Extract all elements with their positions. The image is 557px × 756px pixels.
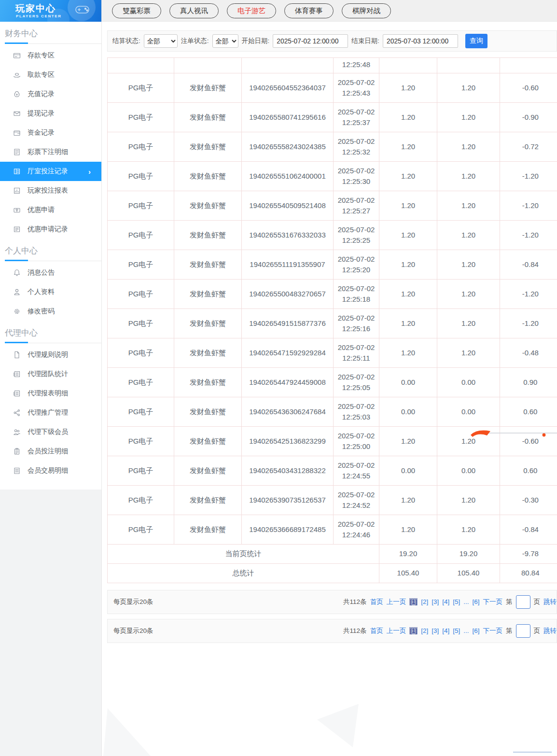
table-row: PG电子发财鱼虾蟹19402655004832706572025-07-0212… <box>108 279 557 308</box>
page-total-valid: 19.20 <box>437 544 500 563</box>
tab-game-category[interactable]: 体育赛事 <box>284 3 334 18</box>
sidebar-item-label: 优惠申请记录 <box>28 225 68 234</box>
sidebar-item[interactable]: 玩家投注报表 <box>0 181 101 200</box>
sidebar-sections: 财务中心存款专区取款专区充值记录提现记录资金记录彩票下注明细厅室投注记录›玩家投… <box>0 22 101 480</box>
order-status-label: 注单状态: <box>181 37 209 45</box>
sidebar-item-label: 彩票下注明细 <box>28 148 68 156</box>
page-link[interactable]: [2] <box>421 627 428 634</box>
first-page-link[interactable]: 首页 <box>370 627 383 635</box>
cell-profit: -1.20 <box>500 308 557 338</box>
cell-order: 1940265580741295616 <box>242 102 334 132</box>
member-trans-icon <box>13 467 21 475</box>
cell-vendor: PG电子 <box>108 308 174 338</box>
jump-page-input[interactable] <box>516 595 530 609</box>
tab-active[interactable]: 电子游艺 <box>227 3 276 18</box>
cell-time: 2025-07-0212:25:32 <box>334 132 379 161</box>
sidebar-item[interactable]: 修改密码 <box>0 302 101 321</box>
cell-bet: 1.20 <box>379 338 437 367</box>
sidebar-item[interactable]: 会员交易明细 <box>0 461 101 480</box>
table-row: PG电子发财鱼虾蟹19402654915158773762025-07-0212… <box>108 308 557 338</box>
bets-table-body: 12:25:48 PG电子发财鱼虾蟹1940265604552364037202… <box>108 58 557 545</box>
page-link[interactable]: [6] <box>472 598 479 605</box>
jump-button[interactable]: 跳转 <box>543 598 557 606</box>
sidebar-item-label: 存款专区 <box>28 51 55 60</box>
page-link[interactable]: [4] <box>442 627 449 634</box>
sidebar-item[interactable]: 优惠申请记录 <box>0 220 101 239</box>
query-button[interactable]: 查询 <box>465 34 487 48</box>
cell-valid-bet: 1.20 <box>437 73 500 102</box>
page-link-current[interactable]: [1] <box>409 598 418 605</box>
sidebar-item-label: 玩家投注报表 <box>28 186 68 195</box>
grand-total-valid: 105.40 <box>437 563 500 583</box>
tab-game-category[interactable]: 真人视讯 <box>169 3 219 18</box>
bg-triangle-center <box>317 704 359 747</box>
page-link[interactable]: [2] <box>421 598 428 605</box>
sidebar-item[interactable]: 提现记录 <box>0 104 101 123</box>
prev-page-link[interactable]: 上一页 <box>387 598 406 606</box>
page-link[interactable]: [4] <box>442 598 449 605</box>
pagination-bar: 每页显示20条共112条首页上一页[1][2][3][4][5]...[6]下一… <box>107 590 557 614</box>
cell-order: 1940265447924459008 <box>242 367 334 397</box>
cell-valid-bet: 1.20 <box>437 338 500 367</box>
settle-status-select[interactable]: 全部 <box>144 34 178 48</box>
next-page-link[interactable]: 下一页 <box>483 598 503 606</box>
topbar: 雙赢彩票真人视讯电子游艺体育赛事棋牌对战 <box>102 0 557 22</box>
page-link-current[interactable]: [1] <box>409 627 418 634</box>
tab-game-category[interactable]: 雙赢彩票 <box>112 3 161 18</box>
jump-suffix-label: 页 <box>534 598 541 606</box>
sidebar-item[interactable]: 厅室投注记录› <box>0 162 101 181</box>
page-link[interactable]: [3] <box>432 627 439 634</box>
sidebar-item[interactable]: 代理规则说明 <box>0 345 101 364</box>
page-total-bet: 19.20 <box>379 544 437 563</box>
sidebar-item-label: 个人资料 <box>28 288 55 296</box>
cell-vendor <box>108 58 174 73</box>
start-date-input[interactable] <box>273 34 348 48</box>
table-row: PG电子发财鱼虾蟹19402655111913559072025-07-0212… <box>108 250 557 279</box>
sidebar-item[interactable]: 彩票下注明细 <box>0 142 101 162</box>
sidebar-item[interactable]: 充值记录 <box>0 84 101 104</box>
table-row: PG电子发财鱼虾蟹19402655582430243852025-07-0212… <box>108 132 557 161</box>
page-link[interactable]: [3] <box>432 598 439 605</box>
cell-game: 发财鱼虾蟹 <box>174 308 242 338</box>
sidebar-item[interactable]: 消息公告 <box>0 263 101 282</box>
page-link[interactable]: [5] <box>453 627 460 634</box>
page-link[interactable]: [6] <box>472 627 479 634</box>
grand-total-bet: 105.40 <box>379 563 437 583</box>
next-page-link[interactable]: 下一页 <box>483 627 503 635</box>
sidebar-item[interactable]: 会员投注明细 <box>0 442 101 461</box>
logo: 玩家中心 PLAYERS CENTER <box>0 0 101 22</box>
sidebar-item[interactable]: 个人资料 <box>0 282 101 302</box>
sidebar-item[interactable]: 取款专区 <box>0 65 101 84</box>
cell-order <box>242 58 334 73</box>
sidebar-item[interactable]: 优惠申请 <box>0 200 101 220</box>
jump-page-input[interactable] <box>516 624 530 638</box>
cell-vendor: PG电子 <box>108 279 174 308</box>
first-page-link[interactable]: 首页 <box>370 598 383 606</box>
sidebar-item[interactable]: 存款专区 <box>0 46 101 65</box>
cell-profit: 0.60 <box>500 456 557 485</box>
sidebar-item[interactable]: 代理推广管理 <box>0 403 101 422</box>
prev-page-link[interactable]: 上一页 <box>387 627 406 635</box>
cell-vendor: PG电子 <box>108 367 174 397</box>
lottery-detail-icon <box>13 148 21 156</box>
order-status-select[interactable]: 全部 <box>212 34 238 48</box>
cell-bet: 1.20 <box>379 426 437 456</box>
sidebar-item[interactable]: 代理团队统计 <box>0 364 101 384</box>
table-row: PG电子发财鱼虾蟹19402655807412956162025-07-0212… <box>108 102 557 132</box>
cell-game <box>174 58 242 73</box>
cell-vendor: PG电子 <box>108 250 174 279</box>
cell-time: 2025-07-0212:25:05 <box>334 367 379 397</box>
share-icon <box>13 409 21 417</box>
end-date-input[interactable] <box>383 34 458 48</box>
sidebar-item-label: 充值记录 <box>28 90 55 98</box>
tab-game-category[interactable]: 棋牌对战 <box>342 3 391 18</box>
sidebar-item[interactable]: 代理报表明细 <box>0 384 101 403</box>
cell-valid-bet <box>437 58 500 73</box>
cell-profit: 0.60 <box>500 397 557 426</box>
sidebar-item[interactable]: 资金记录 <box>0 123 101 142</box>
jump-button[interactable]: 跳转 <box>543 627 557 635</box>
page-link[interactable]: [5] <box>453 598 460 605</box>
sidebar-item-label: 代理下级会员 <box>28 428 68 436</box>
settle-status-label: 结算状态: <box>112 37 140 45</box>
sidebar-item[interactable]: 代理下级会员 <box>0 422 101 442</box>
